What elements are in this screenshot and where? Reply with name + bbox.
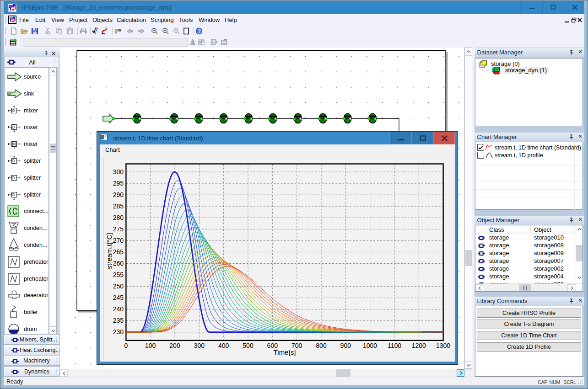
svg-text:?: ? [198, 28, 200, 34]
svg-text:A: A [191, 40, 195, 45]
svg-text:f: f [95, 28, 97, 35]
